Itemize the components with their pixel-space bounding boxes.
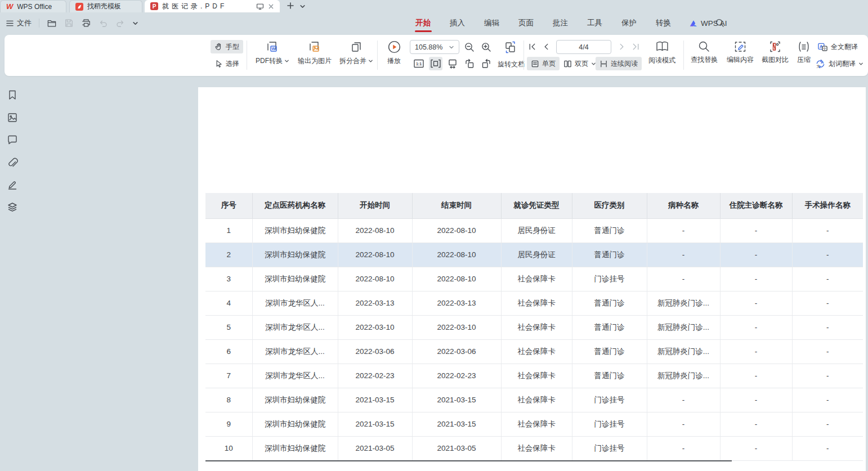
divider — [377, 41, 378, 70]
table-cell: - — [792, 412, 863, 436]
monitor-icon[interactable] — [256, 3, 264, 10]
menu-tab-edit[interactable]: 编辑 — [483, 13, 500, 33]
previous-page-icon[interactable] — [543, 43, 550, 51]
select-tool-button[interactable]: 选择 — [211, 57, 243, 70]
menu-search-icon[interactable] — [715, 18, 724, 28]
pdf-page[interactable]: 序号定点医药机构名称开始时间结束时间就诊凭证类型医疗类别病种名称住院主诊断名称手… — [198, 87, 866, 471]
last-page-icon[interactable] — [632, 43, 640, 51]
fit-width-button[interactable] — [429, 57, 442, 70]
file-menu-button[interactable]: 文件 — [6, 18, 32, 28]
column-header: 结束时间 — [412, 193, 501, 218]
page-number-input[interactable]: 4/4 — [556, 40, 611, 54]
export-image-button[interactable]: 输出为图片 — [293, 40, 337, 66]
table-row: 5深圳市龙华区人...2022-03-102022-03-10社会保障卡普通门诊… — [205, 315, 863, 339]
table-cell: 门诊挂号 — [572, 388, 647, 412]
ribbon-toolbar: 手型 选择 W PDF转换 输出为图片 拆分合并 — [5, 35, 868, 76]
table-cell: - — [647, 388, 720, 412]
table-cell: - — [647, 218, 720, 243]
edit-pencil-icon — [733, 40, 747, 53]
zoom-in-icon[interactable] — [481, 42, 492, 53]
rotate-document-label[interactable]: 旋转文档 — [498, 60, 525, 69]
menu-tab-tools[interactable]: 工具 — [586, 13, 603, 33]
continuous-reading-button[interactable]: 连续阅读 — [596, 57, 642, 70]
actual-size-button[interactable]: 1:1 — [412, 57, 426, 70]
zoom-out-icon[interactable] — [464, 42, 475, 53]
menu-tab-comment[interactable]: 批注 — [552, 13, 569, 33]
table-row: 9深圳市妇幼保健院2021-03-152021-03-15社会保障卡门诊挂号--… — [205, 412, 863, 436]
first-page-icon[interactable] — [528, 43, 536, 51]
column-header: 序号 — [205, 193, 252, 218]
double-page-button[interactable]: 双页 — [560, 57, 600, 70]
table-cell: 2022-03-06 — [338, 339, 412, 364]
chevron-down-icon — [858, 61, 863, 66]
tab-label: 找稻壳模板 — [87, 2, 121, 11]
menu-tab-home[interactable]: 开始 — [414, 13, 432, 33]
next-page-icon[interactable] — [618, 43, 625, 51]
save-icon[interactable] — [64, 19, 74, 28]
more-actions-chevron-icon[interactable] — [132, 20, 138, 26]
rotate-right-icon — [481, 58, 492, 69]
redo-icon[interactable] — [115, 19, 125, 28]
comment-icon[interactable] — [7, 134, 18, 145]
hand-tool-button[interactable]: 手型 — [211, 40, 243, 53]
table-cell: - — [647, 267, 720, 291]
tab-list-chevron-icon[interactable] — [299, 3, 306, 10]
svg-text:A: A — [821, 60, 824, 65]
fit-page-button[interactable] — [446, 57, 459, 70]
find-replace-button[interactable]: 查找替换 — [687, 40, 722, 65]
replace-pages-icon[interactable] — [503, 40, 518, 55]
rotate-left-icon — [464, 58, 475, 69]
table-cell: 2022-08-10 — [412, 267, 501, 291]
print-icon[interactable] — [81, 19, 91, 28]
wps-logo: W — [6, 2, 13, 11]
signature-icon[interactable] — [7, 179, 18, 190]
zoom-level-select[interactable]: 105.88% — [410, 40, 459, 54]
fit-width-icon — [430, 59, 441, 69]
chevron-down-icon — [449, 44, 454, 50]
attachment-icon[interactable] — [7, 157, 18, 168]
menu-tab-convert[interactable]: 转换 — [655, 13, 672, 33]
layers-icon[interactable] — [7, 201, 18, 213]
rotate-right-button[interactable] — [480, 57, 493, 70]
edit-content-button[interactable]: 编辑内容 — [723, 40, 758, 65]
menu-tab-insert[interactable]: 插入 — [449, 13, 466, 33]
divider — [39, 19, 39, 28]
full-text-translate-button[interactable]: A文 全文翻译 — [817, 42, 858, 52]
book-icon — [655, 39, 670, 54]
table-cell: 7 — [205, 364, 252, 388]
undo-icon[interactable] — [99, 19, 108, 28]
table-cell: 门诊挂号 — [572, 412, 647, 436]
compress-button[interactable]: 压缩 — [793, 40, 815, 65]
split-merge-button[interactable]: 拆分合并 — [335, 40, 377, 66]
table-cell: - — [720, 339, 792, 364]
word-translate-button[interactable]: A文 划词翻译 — [815, 59, 863, 69]
chevron-down-icon — [284, 59, 289, 64]
thumbnail-icon[interactable] — [7, 112, 18, 123]
new-tab-icon[interactable] — [286, 1, 295, 10]
table-cell: 普通门诊 — [572, 364, 647, 388]
open-file-icon[interactable] — [47, 19, 57, 28]
menu-tab-page[interactable]: 页面 — [517, 13, 535, 33]
tab-medical-record-pdf[interactable]: P 就医记录.PDF — [145, 0, 280, 12]
table-cell: - — [720, 243, 792, 267]
split-merge-icon — [349, 40, 364, 55]
table-cell: 居民身份证 — [501, 218, 572, 243]
table-cell: 2022-03-13 — [338, 291, 412, 315]
table-cell: 6 — [205, 339, 252, 364]
tab-wps-office[interactable]: W WPS Office — [0, 0, 66, 12]
menu-tab-protect[interactable]: 保护 — [620, 13, 638, 33]
single-page-button[interactable]: 单页 — [527, 57, 560, 70]
close-tab-icon[interactable] — [268, 3, 274, 10]
rotate-left-button[interactable] — [463, 57, 476, 70]
table-cell: - — [720, 291, 792, 315]
tab-docer-templates[interactable]: 找稻壳模板 — [69, 0, 142, 12]
reading-mode-button[interactable]: 阅读模式 — [644, 39, 680, 65]
play-button[interactable]: 播放 — [381, 39, 408, 66]
table-cell: 深圳市妇幼保健院 — [252, 412, 338, 436]
table-cell: 深圳市龙华区人... — [252, 315, 338, 339]
table-cell: - — [720, 315, 792, 339]
bookmark-icon[interactable] — [7, 89, 18, 101]
pdf-convert-button[interactable]: W PDF转换 — [251, 40, 294, 66]
table-cell: 新冠肺炎门诊... — [647, 315, 720, 339]
screenshot-compare-button[interactable]: 截图对比 — [758, 40, 793, 65]
